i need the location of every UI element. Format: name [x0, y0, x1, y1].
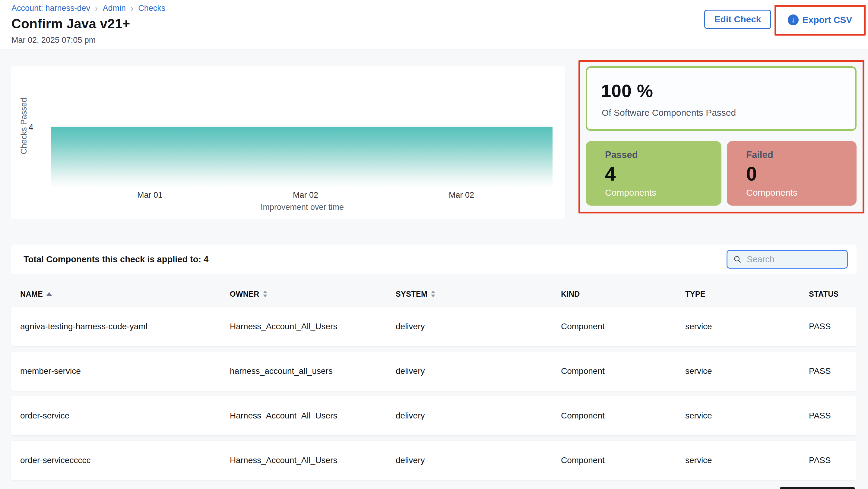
table-header-row: NAME OWNER SYSTEM KIND TYPE STATUS	[11, 285, 857, 303]
area-series-fill	[51, 127, 553, 188]
cell-type: service	[685, 411, 809, 421]
cell-system: delivery	[396, 322, 561, 331]
search-icon	[733, 255, 742, 264]
x-axis-label: Improvement over time	[260, 203, 344, 212]
percent-passed-value: 100 %	[601, 80, 653, 101]
breadcrumb-admin-link[interactable]: Admin	[102, 4, 126, 13]
failed-count: 0	[746, 163, 857, 185]
column-header-type: TYPE	[685, 290, 809, 298]
sort-both-icon	[431, 291, 435, 297]
export-csv-label: Export CSV	[802, 15, 852, 25]
y-axis-tick: 4	[29, 122, 33, 132]
bottom-tooltip-peek	[780, 487, 855, 489]
column-header-owner[interactable]: OWNER	[230, 290, 396, 298]
column-header-status: STATUS	[809, 290, 857, 298]
cell-name: member-service	[20, 366, 230, 376]
chevron-right-icon: ›	[131, 4, 133, 13]
cell-status: PASS	[809, 322, 857, 331]
page-header: Account: harness-dev › Admin › Checks Co…	[0, 0, 868, 50]
cell-type: service	[685, 456, 809, 465]
cell-system: delivery	[396, 411, 561, 421]
column-header-system[interactable]: SYSTEM	[396, 290, 561, 298]
y-axis-label: Checks Passed	[19, 98, 29, 154]
percent-passed-card: 100 % Of Software Components Passed	[586, 66, 857, 131]
cell-name: agniva-testing-harness-code-yaml	[20, 322, 230, 331]
passed-unit: Components	[605, 188, 721, 198]
column-header-name[interactable]: NAME	[20, 290, 230, 298]
cell-type: service	[685, 366, 809, 376]
table-summary-bar: Total Components this check is applied t…	[11, 244, 857, 274]
table-row[interactable]: agniva-testing-harness-code-yaml Harness…	[11, 307, 857, 346]
cell-kind: Component	[561, 456, 685, 465]
cell-type: service	[685, 322, 809, 331]
cell-kind: Component	[561, 322, 685, 331]
cell-status: PASS	[809, 456, 857, 465]
download-icon: ↓	[788, 14, 799, 25]
cell-owner: Harness_Account_All_Users	[230, 322, 396, 331]
chevron-right-icon: ›	[95, 4, 98, 13]
percent-passed-caption: Of Software Components Passed	[602, 108, 736, 118]
table-row[interactable]: order-serviceccccc Harness_Account_All_U…	[11, 441, 857, 480]
cell-kind: Component	[561, 411, 685, 421]
passed-label: Passed	[605, 150, 721, 160]
export-csv-button[interactable]: ↓ Export CSV	[781, 10, 859, 30]
edit-check-button[interactable]: Edit Check	[704, 10, 771, 29]
cell-owner: Harness_Account_All_Users	[230, 411, 396, 421]
total-components-summary: Total Components this check is applied t…	[24, 244, 208, 274]
cell-system: delivery	[396, 366, 561, 376]
x-axis-tick: Mar 02	[449, 191, 474, 200]
failed-card: Failed 0 Components	[727, 141, 857, 206]
failed-unit: Components	[746, 188, 857, 198]
cell-status: PASS	[809, 366, 857, 376]
sort-both-icon	[263, 291, 267, 297]
breadcrumb: Account: harness-dev › Admin › Checks	[11, 4, 165, 13]
search-input[interactable]	[746, 254, 841, 265]
passed-card: Passed 4 Components	[586, 141, 721, 206]
cell-status: PASS	[809, 411, 857, 421]
check-timestamp: Mar 02, 2025 07:05 pm	[11, 36, 96, 45]
cell-kind: Component	[561, 366, 685, 376]
passed-count: 4	[605, 163, 721, 185]
breadcrumb-account-link[interactable]: Account: harness-dev	[11, 4, 90, 13]
x-axis-tick: Mar 02	[293, 191, 318, 200]
table-row[interactable]: order-service Harness_Account_All_Users …	[11, 396, 857, 435]
column-header-kind: KIND	[561, 290, 685, 298]
sort-asc-icon	[46, 292, 52, 296]
breadcrumb-checks-link[interactable]: Checks	[138, 4, 165, 13]
x-axis-tick: Mar 01	[137, 191, 162, 200]
search-box	[726, 250, 848, 269]
cell-owner: Harness_Account_All_Users	[230, 456, 396, 465]
failed-label: Failed	[746, 150, 857, 160]
page-title: Confirm Java v21+	[11, 16, 130, 31]
cell-name: order-service	[20, 411, 230, 421]
cell-name: order-serviceccccc	[20, 456, 230, 465]
table-row[interactable]: member-service harness_account_all_users…	[11, 352, 857, 391]
checks-passed-chart: Checks Passed 4 Mar 01 Mar 02 Mar 02 Imp…	[11, 66, 565, 219]
cell-system: delivery	[396, 456, 561, 465]
cell-owner: harness_account_all_users	[230, 366, 396, 376]
